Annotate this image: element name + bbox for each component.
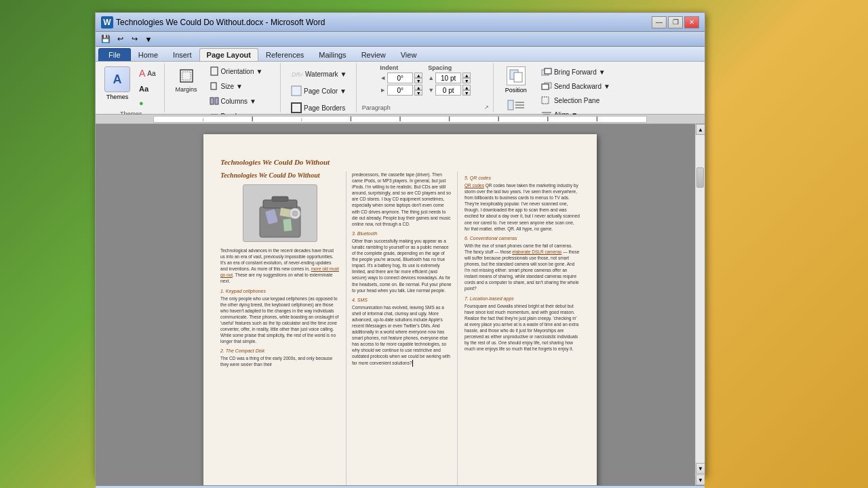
spacing-after-input[interactable] — [435, 85, 461, 96]
margins-button[interactable]: Margins — [170, 64, 203, 96]
spacing-after-down[interactable]: ▼ — [462, 90, 471, 96]
tab-insert[interactable]: Insert — [165, 48, 199, 61]
svg-rect-1 — [182, 72, 191, 80]
indent-left-arrows: ▲ ▼ — [414, 73, 422, 83]
size-button[interactable]: Size ▼ — [205, 79, 276, 93]
indent-right-arrows: ▲ ▼ — [414, 85, 422, 96]
page-color-button[interactable]: Page Color ▼ — [287, 83, 351, 98]
tab-references[interactable]: References — [258, 48, 311, 61]
colors-button[interactable]: A Aa — [135, 66, 160, 81]
scroll-bottom-button[interactable]: ▼ — [696, 474, 705, 485]
indent-column: Indent ◄ ▲ ▼ ► ▲ ▼ — [380, 64, 422, 96]
indent-label: Indent — [380, 64, 422, 71]
indent-left-icon: ◄ — [380, 75, 386, 81]
restore-button[interactable]: ❐ — [668, 16, 683, 28]
indent-left-up[interactable]: ▲ — [414, 73, 422, 78]
spacing-after-icon: ▼ — [428, 87, 434, 94]
heading-cd: 2. The Compact Disk — [220, 348, 339, 353]
customize-quick-button[interactable]: ▼ — [142, 33, 155, 45]
scroll-track — [696, 135, 705, 463]
svg-rect-4 — [210, 98, 214, 104]
svg-rect-20 — [545, 68, 551, 74]
indent-left-row: ◄ ▲ ▼ — [380, 73, 422, 83]
columns-button[interactable]: Columns ▼ — [205, 94, 276, 108]
orientation-button[interactable]: Orientation ▼ — [205, 64, 276, 78]
heading-bluetooth: 3. Bluetooth — [352, 231, 452, 236]
window-title: Technologies We Could Do Without.docx - … — [116, 18, 325, 27]
fonts-button[interactable]: Aa Aa — [135, 83, 160, 95]
spacing-after-up[interactable]: ▲ — [462, 85, 471, 90]
page-borders-button[interactable]: Page Borders — [287, 100, 349, 115]
svg-rect-5 — [215, 98, 218, 104]
word-window: W Technologies We Could Do Without.docx … — [95, 12, 705, 476]
status-bar: Page: 1 of 1 Words: 847 English (U.S.) — [96, 485, 705, 488]
spacing-after-arrows: ▲ ▼ — [462, 85, 471, 96]
title-bar-left: W Technologies We Could Do Without.docx … — [101, 16, 325, 28]
spacing-after-row: ▼ ▲ ▼ — [428, 85, 471, 96]
tab-home[interactable]: Home — [131, 48, 165, 61]
indent-right-up[interactable]: ▲ — [414, 85, 422, 90]
quick-access-toolbar: 💾 ↩ ↪ ▼ — [96, 32, 705, 47]
bring-forward-button[interactable]: Bring Forward ▼ — [537, 66, 614, 78]
scroll-up-button[interactable]: ▲ — [696, 124, 705, 135]
heading-sms: 4. SMS — [352, 298, 452, 302]
window-controls: — ❐ ✕ — [652, 16, 699, 28]
indent-left-down[interactable]: ▼ — [414, 78, 422, 83]
effects-button[interactable]: ● — [135, 97, 160, 109]
spacing-before-up[interactable]: ▲ — [462, 73, 471, 78]
indent-right-down[interactable]: ▼ — [414, 90, 422, 96]
section-keypad: The only people who use keypad cellphone… — [220, 296, 339, 345]
spacing-before-icon: ▲ — [428, 75, 434, 81]
watermark-button[interactable]: DRAFT Watermark ▼ — [287, 66, 351, 81]
save-quick-button[interactable]: 💾 — [100, 33, 112, 45]
svg-rect-12 — [292, 103, 301, 113]
trash-image — [243, 184, 317, 242]
heading-cameras: 6. Conventional cameras — [465, 236, 580, 241]
middle-column: predecessors, the cassette tape (driver)… — [346, 171, 458, 485]
indent-left-input[interactable] — [387, 73, 413, 83]
page-setup-group: Margins Orientation ▼ Size ▼ — [166, 63, 281, 113]
document-page: Technologies We Could Do Without Technol… — [203, 134, 597, 485]
tab-view[interactable]: View — [393, 48, 425, 61]
spacing-before-input[interactable] — [435, 73, 461, 83]
section-sms: Communication has evolved, leaving SMS a… — [352, 304, 452, 367]
undo-quick-button[interactable]: ↩ — [114, 33, 126, 45]
vertical-scrollbar[interactable]: ▲ ▼ ▼ — [695, 124, 705, 485]
redo-quick-button[interactable]: ↪ — [128, 33, 140, 45]
tab-page-layout[interactable]: Page Layout — [199, 48, 258, 61]
position-button[interactable]: Position — [499, 64, 533, 96]
heading-location: 7. Location-based apps — [465, 296, 580, 301]
svg-rect-11 — [292, 86, 301, 96]
title-bar: W Technologies We Could Do Without.docx … — [96, 13, 705, 32]
paragraph-group: Indent ◄ ▲ ▼ ► ▲ ▼ — [358, 63, 494, 113]
close-button[interactable]: ✕ — [684, 16, 699, 28]
tab-mailings[interactable]: Mailings — [311, 48, 353, 61]
old-must-go-link: more old must go out — [220, 266, 339, 277]
tab-review[interactable]: Review — [354, 48, 393, 61]
word-app-icon: W — [101, 16, 113, 28]
paragraph-group-label: Paragraph — [362, 104, 391, 111]
ruler-marks — [154, 117, 646, 122]
doc-title: Technologies We Could Do Without — [220, 171, 339, 179]
themes-extras: A Aa Aa Aa ● — [135, 64, 160, 109]
themes-button[interactable]: A Themes — [102, 64, 132, 102]
svg-rect-22 — [542, 84, 549, 89]
send-backward-button[interactable]: Send Backward ▼ — [537, 80, 614, 92]
paragraph-expand[interactable]: ↗ — [484, 104, 489, 110]
page-bg-content: DRAFT Watermark ▼ Page Color ▼ Page Bord… — [287, 64, 351, 115]
svg-rect-14 — [514, 73, 522, 82]
heading-keypad: 1. Keypad cellphones — [220, 289, 339, 293]
spacing-label: Spacing — [428, 64, 471, 71]
selection-pane-button[interactable]: Selection Pane — [537, 94, 614, 106]
spacing-before-row: ▲ ▲ ▼ — [428, 73, 471, 83]
indent-right-input[interactable] — [387, 85, 413, 96]
scroll-thumb[interactable] — [696, 167, 704, 188]
minimize-button[interactable]: — — [652, 16, 667, 28]
themes-icon: A — [104, 66, 130, 92]
indent-right-icon: ► — [380, 87, 386, 94]
spacing-before-down[interactable]: ▼ — [462, 78, 471, 83]
tab-file[interactable]: File — [98, 48, 131, 61]
scroll-down-button[interactable]: ▼ — [696, 463, 705, 474]
right-column: 5. QR codes QR codes QR codes have taken… — [465, 171, 580, 485]
arrange-group: Position Wrap Text Bring Forward ▼ — [495, 63, 618, 113]
